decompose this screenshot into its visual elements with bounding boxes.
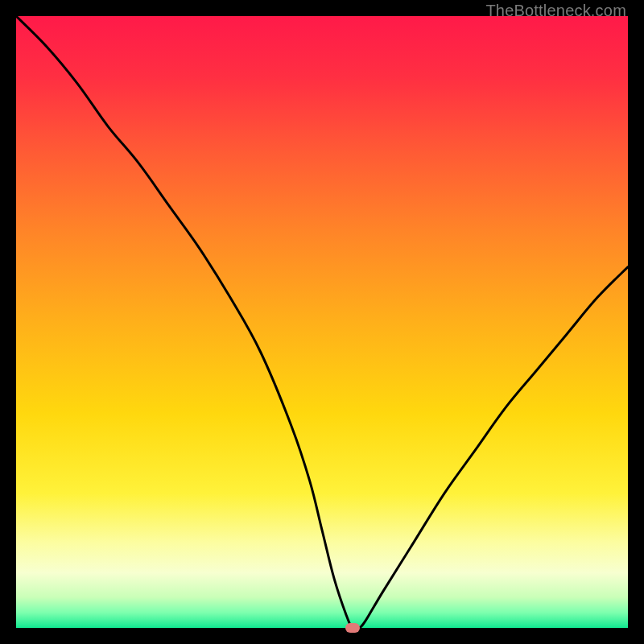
optimum-marker	[345, 623, 360, 633]
bottleneck-curve	[16, 16, 628, 628]
chart-frame: TheBottleneck.com	[0, 0, 644, 644]
watermark-text: TheBottleneck.com	[485, 2, 626, 20]
plot-area	[16, 16, 628, 628]
